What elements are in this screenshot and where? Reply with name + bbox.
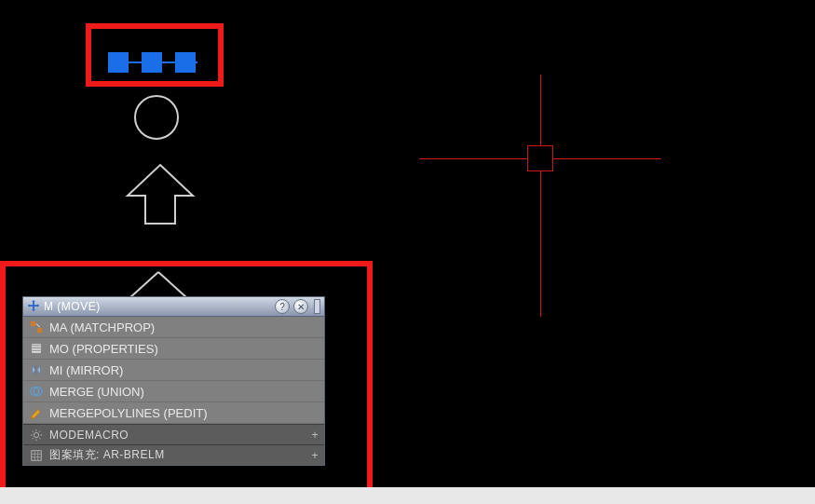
palette-item-label: MO (PROPERTIES) xyxy=(49,342,158,356)
palette-scroll-thumb[interactable] xyxy=(314,299,320,314)
palette-category-label: MODEMACRO xyxy=(49,429,129,442)
palette-item[interactable]: MERGEPOLYLINES (PEDIT) xyxy=(23,402,324,424)
svg-rect-1 xyxy=(37,328,42,333)
drawn-circle[interactable] xyxy=(134,95,179,140)
crosshair-vertical xyxy=(540,75,541,317)
expand-icon[interactable]: + xyxy=(311,449,319,462)
palette-item-label: MERGEPOLYLINES (PEDIT) xyxy=(49,406,208,420)
union-icon xyxy=(29,384,44,399)
svg-rect-4 xyxy=(33,347,41,348)
mirror-icon xyxy=(29,362,44,377)
palette-item[interactable]: MERGE (UNION) xyxy=(23,381,324,402)
palette-body: MA (MATCHPROP) MO (PROPERTIES) MI (MIRRO… xyxy=(22,317,325,466)
pedit-icon xyxy=(29,405,44,420)
properties-icon xyxy=(29,341,44,356)
palette-item[interactable]: MA (MATCHPROP) xyxy=(23,317,324,338)
help-icon[interactable]: ? xyxy=(275,299,290,314)
svg-rect-3 xyxy=(33,346,41,347)
palette-category[interactable]: 图案填充: AR-BRELM + xyxy=(23,444,324,465)
palette-item-label: MERGE (UNION) xyxy=(49,385,144,399)
status-bar-area xyxy=(0,487,815,504)
gear-icon xyxy=(29,428,44,443)
svg-rect-0 xyxy=(31,321,35,326)
svg-rect-9 xyxy=(32,450,42,460)
svg-point-8 xyxy=(34,432,38,437)
palette-item[interactable]: MI (MIRROR) xyxy=(23,360,324,381)
drawing-canvas[interactable]: M (MOVE) ? ✕ MA (MATCHPROP) MO (PROPERTI… xyxy=(0,0,815,487)
palette-item-label: MA (MATCHPROP) xyxy=(49,320,155,334)
close-icon[interactable]: ✕ xyxy=(293,299,308,314)
palette-header[interactable]: M (MOVE) ? ✕ xyxy=(22,296,325,317)
palette-item-label: MI (MIRROR) xyxy=(49,363,123,377)
palette-category-label: 图案填充: AR-BRELM xyxy=(49,447,165,463)
palette-item[interactable]: MO (PROPERTIES) xyxy=(23,338,324,360)
matchprop-icon xyxy=(29,320,44,334)
drawn-arrow-polyline[interactable] xyxy=(123,163,197,228)
palette-title: M (MOVE) xyxy=(44,300,271,313)
move-icon xyxy=(27,299,40,315)
annotation-highlight-box xyxy=(86,23,224,87)
crosshair-pickbox xyxy=(527,145,553,171)
palette-category[interactable]: MODEMACRO + xyxy=(23,424,324,444)
hatch-icon xyxy=(29,448,44,463)
svg-rect-5 xyxy=(33,350,41,351)
command-autocomplete-palette[interactable]: M (MOVE) ? ✕ MA (MATCHPROP) MO (PROPERTI… xyxy=(22,296,325,466)
expand-icon[interactable]: + xyxy=(311,429,319,442)
